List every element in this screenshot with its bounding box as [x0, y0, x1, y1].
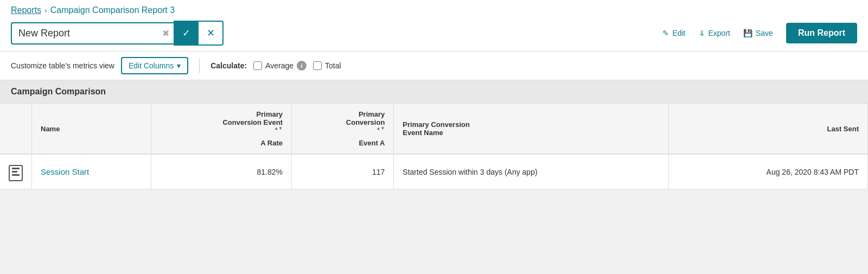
table-row: Session Start 81.82% 117 Started Session… — [0, 154, 868, 189]
chevron-down-icon: ▾ — [177, 61, 181, 70]
sort-arrows-event[interactable]: ▲▼ — [346, 126, 385, 131]
col-header-conversion-event: PrimaryConversion ▲▼Event A — [291, 104, 393, 155]
breadcrumb-reports-link[interactable]: Reports — [11, 5, 41, 15]
col-header-icon — [0, 104, 32, 155]
breadcrumb: Reports › Campaign Comparison Report 3 — [11, 5, 857, 15]
export-button[interactable]: ⇓ Export — [699, 29, 730, 37]
icon-line-1 — [12, 168, 20, 169]
report-name-wrapper: ✖ — [11, 22, 174, 44]
col-header-conversion-rate: PrimaryConversion Event ▲▼A Rate — [151, 104, 292, 155]
toolbar-left: ✖ ✓ ✕ — [11, 21, 224, 46]
table-section-title: Campaign Comparison — [11, 87, 106, 96]
customize-label: Customize table's metrics view — [11, 61, 114, 70]
total-checkbox-group: Total — [313, 61, 341, 70]
table-section: Campaign Comparison Name PrimaryConversi… — [0, 80, 868, 189]
toolbar: ✖ ✓ ✕ ✎ Edit ⇓ Export 💾 Save Run — [11, 21, 857, 51]
row-icon-cell — [0, 154, 32, 189]
sort-arrows-rate[interactable]: ▲▼ — [222, 126, 283, 131]
sort-container: PrimaryConversion Event ▲▼A Rate — [160, 110, 283, 147]
col-header-event-name: Primary ConversionEvent Name — [394, 104, 669, 155]
campaign-name-link[interactable]: Session Start — [41, 167, 89, 176]
confirm-icon: ✓ — [182, 27, 190, 39]
row-last-sent-cell: Aug 26, 2020 8:43 AM PDT — [669, 154, 868, 189]
breadcrumb-current-label: Campaign Comparison Report 3 — [50, 5, 175, 15]
row-event-a-cell: 117 — [291, 154, 393, 189]
total-label[interactable]: Total — [325, 61, 341, 70]
edit-icon: ✎ — [662, 29, 669, 37]
sort-container-2: PrimaryConversion ▲▼Event A — [301, 110, 385, 147]
col-header-last-sent: Last Sent — [669, 104, 868, 155]
report-name-input[interactable] — [11, 22, 174, 44]
save-button[interactable]: 💾 Save — [743, 29, 773, 37]
total-checkbox[interactable] — [313, 61, 322, 70]
row-name-cell: Session Start — [32, 154, 151, 189]
edit-button[interactable]: ✎ Edit — [662, 29, 685, 37]
average-checkbox-group: Average i — [253, 61, 307, 71]
row-event-name-cell: Started Session within 3 days (Any app) — [394, 154, 669, 189]
cancel-icon: ✕ — [207, 27, 215, 39]
clear-input-button[interactable]: ✖ — [162, 28, 169, 39]
run-report-button[interactable]: Run Report — [786, 23, 857, 43]
average-checkbox[interactable] — [253, 61, 262, 70]
table-header-row: Name PrimaryConversion Event ▲▼A Rate Pr… — [0, 104, 868, 155]
toolbar-right: ✎ Edit ⇓ Export 💾 Save Run Report — [662, 23, 857, 43]
confirm-name-button[interactable]: ✓ — [174, 21, 199, 46]
cancel-name-button[interactable]: ✕ — [199, 21, 224, 46]
edit-columns-label: Edit Columns — [129, 61, 174, 70]
icon-line-3 — [12, 174, 20, 176]
average-label[interactable]: Average — [265, 61, 293, 70]
info-icon[interactable]: i — [297, 61, 307, 71]
campaign-comparison-table: Name PrimaryConversion Event ▲▼A Rate Pr… — [0, 103, 868, 189]
edit-columns-button[interactable]: Edit Columns ▾ — [121, 57, 188, 74]
calculate-label: Calculate: — [210, 61, 247, 70]
divider — [199, 58, 200, 73]
col-header-name: Name — [32, 104, 151, 155]
export-icon: ⇓ — [699, 29, 705, 37]
breadcrumb-chevron-icon: › — [44, 6, 47, 15]
icon-line-2 — [12, 171, 17, 173]
filter-bar: Customize table's metrics view Edit Colu… — [0, 52, 868, 80]
save-icon: 💾 — [743, 29, 752, 37]
row-rate-cell: 81.82% — [151, 154, 292, 189]
campaign-icon — [9, 165, 23, 181]
table-section-header: Campaign Comparison — [0, 80, 868, 103]
